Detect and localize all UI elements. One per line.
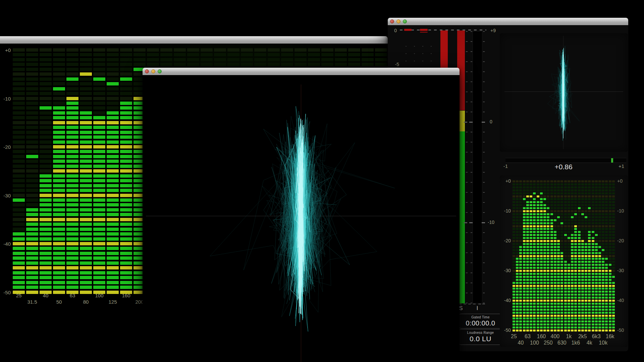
right-window-titlebar[interactable] [388,18,628,25]
led [13,194,25,197]
led [523,300,526,302]
led [26,281,38,284]
led [581,243,584,245]
led [581,204,584,206]
led [40,68,52,71]
led [568,288,570,290]
led [557,282,560,284]
close-icon[interactable] [390,19,394,23]
led [93,194,105,197]
led [574,198,577,200]
led [80,68,92,71]
zoom-icon[interactable] [158,69,162,73]
led [557,261,560,263]
led [564,195,567,197]
lu-tick [483,162,485,163]
led [80,111,92,115]
led [526,297,529,299]
led [560,210,563,212]
led [533,189,536,191]
left-window-titlebar[interactable] [0,36,388,44]
led [578,309,581,311]
led [557,249,560,251]
led [543,216,546,218]
led [526,243,529,245]
center-window-titlebar[interactable] [143,68,460,75]
led [564,258,567,260]
db-label: -20 [617,238,628,243]
led [160,53,172,56]
led [547,255,549,257]
led [581,288,584,290]
led [13,237,25,241]
led [66,208,78,212]
led [120,131,132,134]
led [581,189,584,191]
led [107,48,119,52]
led [609,243,611,245]
led [516,207,519,209]
led [609,246,611,248]
led [602,282,604,284]
zoom-icon[interactable] [403,19,407,23]
led [530,213,532,215]
led [612,231,615,233]
minimize-icon[interactable] [396,19,400,23]
led [107,261,119,265]
led [540,213,543,215]
led [53,102,65,105]
led [560,186,563,188]
led [592,252,594,254]
led [574,300,577,302]
led [53,174,65,178]
led [519,252,522,254]
led [66,203,78,206]
led [523,186,526,188]
led [554,294,556,296]
minimize-icon[interactable] [151,69,155,73]
led [550,216,553,218]
led [40,218,52,221]
led [578,315,581,317]
led [585,198,587,200]
led [592,216,594,218]
led [557,279,560,281]
lu-tick [483,172,485,173]
led [120,174,132,178]
led [571,204,574,206]
led [554,317,556,319]
led [568,282,570,284]
led [564,294,567,296]
lu-tick [471,112,472,112]
led [120,271,132,275]
led [592,300,594,302]
led [595,222,598,224]
led [516,240,519,242]
led [568,273,570,275]
led [540,216,543,218]
led [26,160,38,163]
led [581,240,584,242]
led [602,225,604,227]
led [40,271,52,275]
led [554,264,556,266]
led [513,273,515,275]
led [513,315,515,317]
goniometer-trace [500,33,628,152]
led [540,231,543,233]
led [602,279,604,281]
led [547,213,549,215]
led [588,213,591,215]
led [107,102,119,105]
led [557,198,560,200]
led [513,252,515,254]
lu-tick [483,273,485,273]
led [554,249,556,251]
led [533,240,536,242]
led [578,246,581,248]
led [107,63,119,66]
close-icon[interactable] [145,69,149,73]
led [120,213,132,216]
led [574,195,577,197]
led [609,326,611,328]
